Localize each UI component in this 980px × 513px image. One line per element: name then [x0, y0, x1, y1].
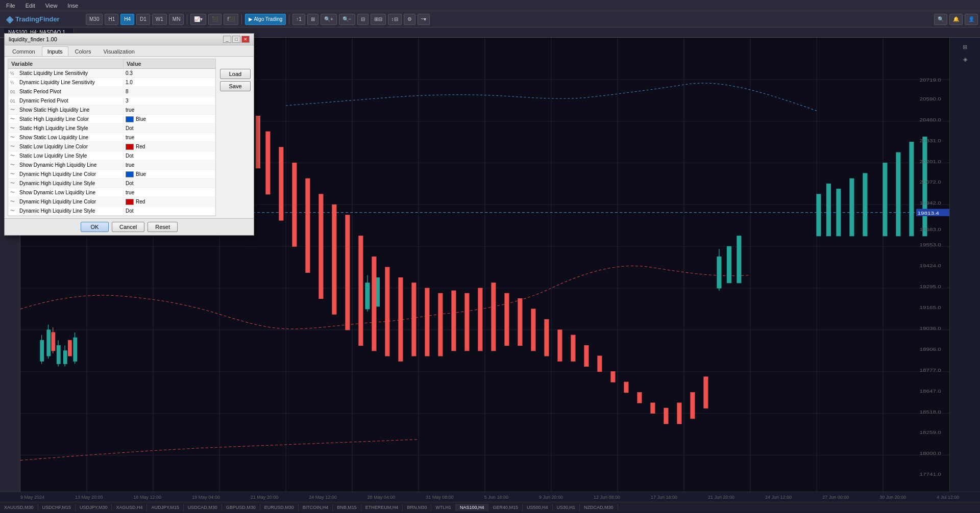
table-row[interactable]: 〜 Static High Liquidity Line Color Blue [8, 115, 215, 124]
buy-btn[interactable]: ↑1 [292, 14, 305, 25]
symbol-ethereum[interactable]: ETHEREUM,H4 [361, 504, 403, 511]
scale-btn[interactable]: ⊞⊟ [371, 14, 386, 25]
symbol-usdjpy[interactable]: USDJPY,M30 [76, 504, 112, 511]
menu-view[interactable]: View [43, 2, 60, 10]
tf-w1[interactable]: W1 [152, 14, 167, 25]
color-swatch-8[interactable] [126, 144, 134, 150]
symbol-us500[interactable]: US500,H4 [523, 504, 553, 511]
profile-btn[interactable]: 👤 [965, 14, 978, 25]
search-btn[interactable]: 🔍 [934, 14, 947, 25]
tab-inputs[interactable]: Inputs [42, 46, 68, 56]
grid-btn[interactable]: ⊟ [357, 14, 369, 25]
menu-edit[interactable]: Edit [23, 2, 37, 10]
table-row[interactable]: 〜 Static High Liquidity Line Style Dot [8, 124, 215, 133]
var-val-10[interactable]: true [124, 162, 215, 168]
symbol-audjpy[interactable]: AUDJPY,M15 [147, 504, 183, 511]
algo-trading-btn[interactable]: ▶ Algo Trading [245, 14, 286, 25]
symbol-bitcoin[interactable]: BITCOIN,H4 [299, 504, 333, 511]
symbol-nzdcad[interactable]: NZDCAD,M30 [580, 504, 618, 511]
zoom-in-btn[interactable]: 🔍+ [321, 14, 337, 25]
var-val-11[interactable]: Blue [124, 171, 215, 178]
right-icon-1[interactable]: ⊞ [956, 42, 974, 52]
chart-type-btn[interactable]: 📈▾ [190, 14, 206, 25]
symbol-ger40[interactable]: GER40,M15 [488, 504, 523, 511]
symbol-wtlh1[interactable]: WTLH1 [431, 504, 456, 511]
time-15: 30 Jun 20:00 [879, 495, 906, 500]
color-swatch-11[interactable] [126, 171, 134, 177]
save-btn[interactable]: Save [220, 81, 251, 91]
modal-maximize-btn[interactable]: □ [232, 36, 240, 43]
tf-h1[interactable]: H1 [105, 14, 118, 25]
svg-rect-78 [465, 293, 469, 351]
ohlc-btn[interactable]: ⊞ [307, 14, 318, 25]
table-row[interactable]: ½ Static Liquidity Line Sensitivity 0.3 [8, 69, 215, 78]
tab-colors[interactable]: Colors [69, 46, 97, 56]
svg-text:18000.0: 18000.0 [920, 451, 941, 456]
tab-visualization[interactable]: Visualization [97, 46, 140, 56]
color-swatch-14[interactable] [126, 199, 134, 205]
bar-style-btn[interactable]: ⬛ [208, 14, 222, 25]
table-row[interactable]: 〜 Show Dynamic High Liquidity Line true [8, 161, 215, 170]
modal-close-btn[interactable]: ✕ [241, 36, 250, 43]
var-val-13[interactable]: true [124, 189, 215, 196]
table-row[interactable]: 〜 Dynamic High Liquidity Line Color Blue [8, 170, 215, 179]
var-val-8[interactable]: Red [124, 143, 215, 150]
extra-btn[interactable]: ~▾ [418, 14, 430, 25]
table-row[interactable]: 〜 Dynamic High Liquidity Line Style Dot [8, 179, 215, 188]
table-row[interactable]: 01 Dynamic Period Pivot 3 [8, 96, 215, 106]
reset-btn[interactable]: Reset [148, 222, 178, 232]
var-val-1[interactable]: 1.0 [124, 79, 215, 86]
var-val-14[interactable]: Red [124, 198, 215, 206]
zoom-out-btn[interactable]: 🔍− [339, 14, 355, 25]
menu-inse[interactable]: Inse [65, 2, 80, 10]
tf-m30[interactable]: M30 [86, 14, 103, 25]
var-val-12[interactable]: Dot [124, 180, 215, 187]
cancel-btn[interactable]: Cancel [112, 222, 144, 232]
modal-minimize-btn[interactable]: _ [223, 36, 231, 43]
var-val-9[interactable]: Dot [124, 152, 215, 159]
notif-btn[interactable]: 🔔 [949, 14, 963, 25]
svg-text:20201.0: 20201.0 [920, 159, 941, 164]
vol-btn[interactable]: ↕⊟ [388, 14, 402, 25]
right-icon-2[interactable]: ◈ [956, 54, 974, 64]
tf-h4[interactable]: H4 [120, 14, 134, 25]
symbol-bnb[interactable]: BNB,M15 [333, 504, 361, 511]
var-val-7[interactable]: true [124, 134, 215, 141]
var-val-5[interactable]: Blue [124, 116, 215, 123]
tf-mn[interactable]: MN [169, 14, 184, 25]
symbol-usdcad[interactable]: USDCAD,M30 [184, 504, 222, 511]
table-row[interactable]: 〜 Static Low Liquidity Line Style Dot [8, 151, 215, 161]
indicator-btn[interactable]: f⬛ [224, 14, 238, 25]
color-swatch-5[interactable] [126, 116, 134, 122]
tab-common[interactable]: Common [7, 46, 41, 56]
time-10: 12 Jun 08:00 [594, 495, 620, 500]
var-val-4[interactable]: true [124, 107, 215, 113]
table-row[interactable]: 〜 Show Dynamic Low Liquidity Line true [8, 188, 215, 197]
table-row[interactable]: 〜 Show Static High Liquidity Line true [8, 106, 215, 115]
table-row[interactable]: 〜 Show Static Low Liquidity Line true [8, 133, 215, 142]
var-val-15[interactable]: Dot [124, 208, 215, 214]
ok-btn[interactable]: OK [81, 222, 109, 232]
var-val-2[interactable]: 8 [124, 88, 215, 95]
svg-rect-76 [438, 293, 443, 356]
table-row[interactable]: 〜 Dynamic High Liquidity Line Color Red [8, 197, 215, 207]
load-btn[interactable]: Load [220, 69, 251, 79]
table-row[interactable]: 〜 Static Low Liquidity Line Color Red [8, 142, 215, 151]
symbol-brn[interactable]: BRN,M30 [403, 504, 431, 511]
prop-btn[interactable]: ⚙ [404, 14, 415, 25]
menu-file[interactable]: File [4, 2, 17, 10]
var-val-3[interactable]: 3 [124, 97, 215, 104]
symbol-us30[interactable]: US30,H1 [553, 504, 580, 511]
var-val-0[interactable]: 0.3 [124, 70, 215, 76]
table-row[interactable]: 01 Static Period Pivot 8 [8, 87, 215, 96]
tf-d1[interactable]: D1 [136, 14, 150, 25]
symbol-gbpusd[interactable]: GBPUSD,M30 [222, 504, 260, 511]
symbol-eurusd[interactable]: EURUSD,M30 [260, 504, 299, 511]
table-row[interactable]: ½ Dynamic Liquidity Line Sensitivity 1.0 [8, 78, 215, 87]
symbol-nas100[interactable]: NAS100,H4 [456, 504, 489, 511]
symbol-xagusd[interactable]: XAGUSD,H4 [112, 504, 147, 511]
table-row[interactable]: 〜 Dynamic High Liquidity Line Style Dot [8, 207, 215, 216]
symbol-usdchf[interactable]: USDCHF,M15 [38, 504, 76, 511]
var-val-6[interactable]: Dot [124, 125, 215, 132]
symbol-xauusd[interactable]: XAUUSD,M30 [0, 504, 38, 511]
